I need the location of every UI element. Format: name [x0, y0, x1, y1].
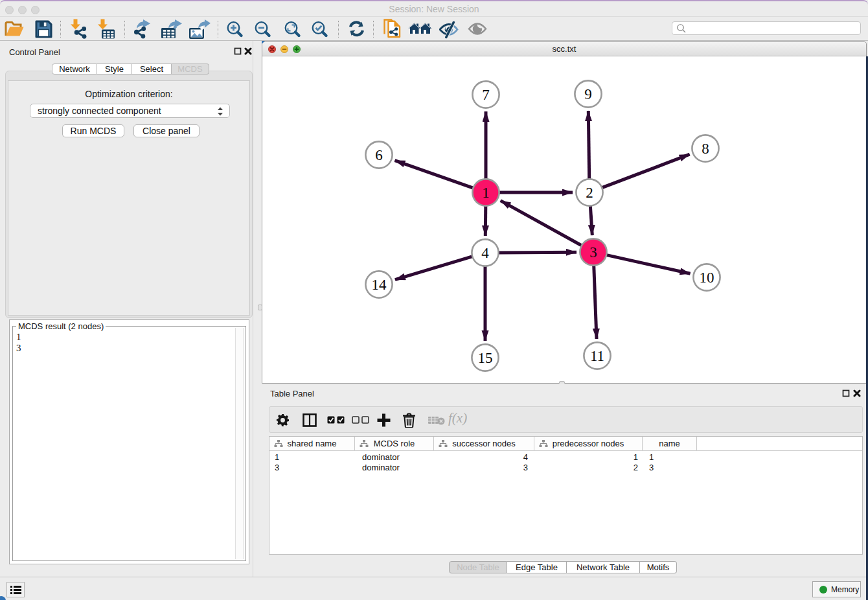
svg-text:1: 1 — [482, 185, 490, 201]
svg-text:7: 7 — [482, 87, 490, 103]
svg-text:2: 2 — [586, 185, 593, 201]
svg-text:9: 9 — [584, 86, 592, 102]
svg-text:8: 8 — [702, 141, 709, 157]
svg-text:11: 11 — [590, 348, 604, 364]
svg-text:4: 4 — [481, 245, 489, 261]
svg-text:6: 6 — [375, 147, 383, 163]
svg-text:14: 14 — [372, 277, 387, 293]
svg-text:10: 10 — [700, 270, 714, 286]
svg-text:15: 15 — [478, 350, 493, 366]
svg-text:3: 3 — [589, 244, 597, 260]
